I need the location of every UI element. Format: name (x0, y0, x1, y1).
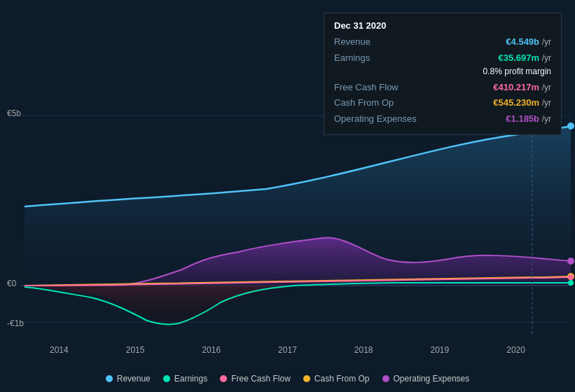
legend-dot-opex (382, 375, 389, 382)
legend-item-revenue[interactable]: Revenue (106, 374, 151, 384)
tooltip-label-fcf: Free Cash Flow (334, 80, 418, 94)
x-label-2016: 2016 (202, 345, 221, 355)
x-label-2018: 2018 (354, 345, 373, 355)
tooltip-value-revenue: €4.549b /yr (506, 35, 551, 49)
legend-label-revenue: Revenue (117, 374, 151, 384)
revenue-dot (567, 122, 574, 130)
x-label-2020: 2020 (506, 345, 525, 355)
y-label-neg1b: -€1b (7, 318, 24, 328)
tooltip-label-opex: Operating Expenses (334, 112, 418, 126)
tooltip-value-opex: €1.185b /yr (506, 112, 551, 126)
tooltip-value-cashfromop: €545.230m /yr (493, 96, 551, 110)
tooltip-row-revenue: Revenue €4.549b /yr (334, 35, 551, 49)
legend-label-earnings: Earnings (174, 374, 207, 384)
legend-label-opex: Operating Expenses (394, 374, 470, 384)
tooltip-label-earnings: Earnings (334, 51, 418, 78)
earnings-dot (568, 280, 574, 286)
legend-dot-cashfromop (303, 375, 310, 382)
tooltip-value-earnings: €35.697m /yr (498, 52, 551, 63)
tooltip-profit-margin: 0.8% profit margin (483, 66, 551, 76)
y-label-5b: €5b (7, 108, 21, 118)
tooltip-row-opex: Operating Expenses €1.185b /yr (334, 112, 551, 126)
tooltip-value-fcf: €410.217m /yr (493, 80, 551, 94)
legend-item-earnings[interactable]: Earnings (163, 374, 207, 384)
legend-item-fcf[interactable]: Free Cash Flow (220, 374, 291, 384)
tooltip-date: Dec 31 2020 (334, 20, 551, 31)
x-label-2019: 2019 (431, 345, 450, 355)
opex-dot (567, 258, 574, 265)
x-label-2014: 2014 (50, 345, 69, 355)
tooltip-label-cashfromop: Cash From Op (334, 96, 418, 110)
tooltip-row-earnings: Earnings €35.697m /yr 0.8% profit margin (334, 51, 551, 78)
chart-legend: Revenue Earnings Free Cash Flow Cash Fro… (0, 374, 575, 384)
legend-item-opex[interactable]: Operating Expenses (382, 374, 470, 384)
legend-dot-fcf (220, 375, 227, 382)
x-axis: 2014 2015 2016 2017 2018 2019 2020 (0, 345, 575, 355)
legend-label-fcf: Free Cash Flow (231, 374, 291, 384)
fcf-dot (568, 274, 574, 280)
x-label-2015: 2015 (126, 345, 145, 355)
tooltip-row-fcf: Free Cash Flow €410.217m /yr (334, 80, 551, 94)
legend-item-cashfromop[interactable]: Cash From Op (303, 374, 370, 384)
tooltip-panel: Dec 31 2020 Revenue €4.549b /yr Earnings… (324, 13, 562, 135)
x-label-2017: 2017 (278, 345, 297, 355)
tooltip-row-cashfromop: Cash From Op €545.230m /yr (334, 96, 551, 110)
y-label-0: €0 (7, 279, 16, 288)
legend-dot-revenue (106, 375, 113, 382)
legend-label-cashfromop: Cash From Op (314, 374, 370, 384)
legend-dot-earnings (163, 375, 170, 382)
tooltip-label-revenue: Revenue (334, 35, 418, 49)
